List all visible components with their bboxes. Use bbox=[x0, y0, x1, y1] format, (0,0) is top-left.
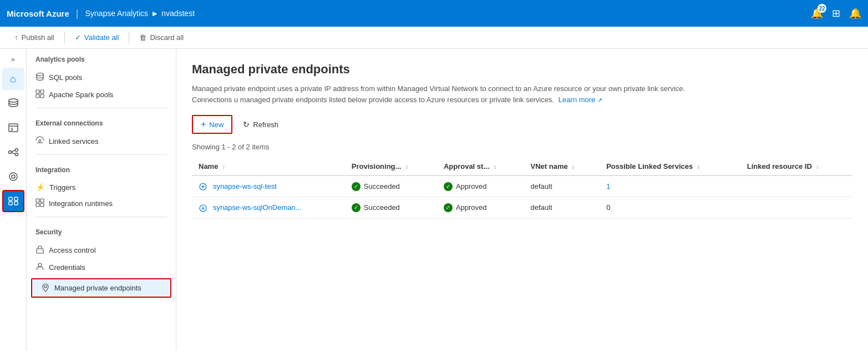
row1-endpoint-icon bbox=[199, 182, 210, 190]
svg-line-4 bbox=[11, 129, 13, 131]
sidebar-monitor-icon[interactable] bbox=[2, 166, 24, 188]
col-provisioning-label: Provisioning... bbox=[352, 162, 402, 171]
sep-1 bbox=[35, 108, 167, 108]
triggers-icon: ⚡ bbox=[35, 183, 45, 192]
table-row: synapse-ws-sql-test ✓ Succeeded ✓ Approv… bbox=[192, 176, 852, 197]
row2-vnet: default bbox=[524, 197, 600, 218]
service-name[interactable]: Synapse Analytics bbox=[85, 9, 148, 18]
sidebar-item-managed-private-endpoints[interactable]: Managed private endpoints bbox=[32, 279, 170, 297]
sidebar-item-sql-pools[interactable]: SQL pools bbox=[27, 69, 176, 86]
svg-rect-25 bbox=[40, 203, 44, 207]
section-integration: Integration bbox=[27, 159, 176, 179]
row2-approval: ✓ Approved bbox=[437, 197, 524, 218]
integration-runtimes-icon bbox=[35, 198, 44, 209]
col-linked-services-label: Possible Linked Services bbox=[606, 162, 693, 171]
main-layout: » ⌂ Analytics pools SQL pools bbox=[0, 49, 868, 351]
learn-more-link[interactable]: Learn more bbox=[559, 96, 595, 104]
col-approval[interactable]: Approval st... ↕ bbox=[437, 158, 524, 176]
sidebar-data-icon[interactable] bbox=[2, 92, 24, 114]
col-resource-id[interactable]: Linked resource ID ↕ bbox=[740, 158, 852, 176]
access-control-icon bbox=[35, 245, 44, 255]
section-security: Security bbox=[27, 222, 176, 242]
publish-all-label: Publish all bbox=[22, 33, 54, 42]
validate-all-label: Validate all bbox=[84, 33, 119, 42]
managed-endpoints-icon bbox=[41, 283, 50, 293]
sidebar-item-triggers[interactable]: ⚡ Triggers bbox=[27, 179, 176, 195]
row1-name-link[interactable]: synapse-ws-sql-test bbox=[213, 182, 277, 190]
expand-button[interactable]: » bbox=[7, 53, 19, 66]
svg-rect-18 bbox=[40, 90, 44, 93]
external-link-icon: ↗ bbox=[597, 97, 602, 103]
col-name-sort[interactable]: ↕ bbox=[222, 164, 225, 170]
svg-rect-23 bbox=[40, 199, 44, 202]
settings-icon[interactable]: 🔔 bbox=[849, 7, 861, 19]
sidebar-item-linked-services[interactable]: Linked services bbox=[27, 133, 176, 150]
svg-point-11 bbox=[12, 175, 15, 178]
row1-approval: ✓ Approved bbox=[437, 176, 524, 197]
topbar: Microsoft Azure | Synapse Analytics ▶ nv… bbox=[0, 0, 868, 27]
svg-rect-19 bbox=[36, 94, 39, 98]
triggers-label: Triggers bbox=[49, 183, 75, 192]
svg-point-16 bbox=[37, 73, 43, 76]
row1-vnet: default bbox=[524, 176, 600, 197]
row2-provisioning-icon: ✓ bbox=[352, 203, 361, 212]
col-vnet-sort[interactable]: ↕ bbox=[572, 164, 575, 170]
row1-linked-services: 1 bbox=[600, 176, 740, 197]
validate-icon: ✓ bbox=[75, 33, 81, 42]
sidebar-home-icon[interactable]: ⌂ bbox=[2, 68, 24, 90]
nav-chevron: ▶ bbox=[153, 10, 157, 17]
col-approval-label: Approval st... bbox=[444, 162, 489, 171]
row2-provisioning-label: Succeeded bbox=[364, 203, 400, 212]
row2-endpoint-icon bbox=[199, 203, 210, 212]
sidebar-develop-icon[interactable] bbox=[2, 117, 24, 139]
sidebar-item-credentials[interactable]: Credentials bbox=[27, 259, 176, 276]
col-provisioning-sort[interactable]: ↕ bbox=[405, 164, 408, 170]
col-approval-sort[interactable]: ↕ bbox=[494, 164, 496, 170]
credentials-label: Credentials bbox=[49, 263, 85, 272]
refresh-button[interactable]: ↻ Refresh bbox=[235, 116, 287, 133]
section-external-title: External connections bbox=[35, 119, 167, 127]
notifications-icon[interactable]: 🔔 22 bbox=[811, 7, 823, 19]
access-control-label: Access control bbox=[49, 246, 96, 254]
row2-name-link[interactable]: synapse-ws-sqlOnDeman... bbox=[213, 203, 302, 212]
col-resource-id-label: Linked resource ID bbox=[747, 162, 812, 171]
workspace-name[interactable]: nvadstest bbox=[161, 9, 195, 18]
sidebar-manage-icon[interactable] bbox=[2, 190, 24, 212]
col-name[interactable]: Name ↕ bbox=[192, 158, 345, 176]
sidebar-item-access-control[interactable]: Access control bbox=[27, 242, 176, 259]
brand: Microsoft Azure bbox=[7, 9, 69, 18]
svg-line-8 bbox=[11, 151, 15, 152]
col-vnet-label: VNet name bbox=[530, 162, 567, 171]
section-external: External connections bbox=[27, 113, 176, 133]
spark-pools-icon bbox=[35, 89, 44, 100]
svg-point-5 bbox=[8, 151, 11, 154]
svg-rect-22 bbox=[36, 199, 39, 202]
managed-endpoints-wrapper: Managed private endpoints bbox=[31, 278, 171, 298]
col-resource-id-sort[interactable]: ↕ bbox=[816, 164, 819, 170]
row1-approval-icon: ✓ bbox=[444, 182, 453, 191]
col-name-label: Name bbox=[199, 162, 218, 171]
col-provisioning[interactable]: Provisioning... ↕ bbox=[345, 158, 437, 176]
svg-rect-12 bbox=[9, 197, 12, 200]
validate-all-button[interactable]: ✓ Validate all bbox=[69, 31, 125, 44]
new-plus-icon: + bbox=[201, 119, 206, 129]
section-security-title: Security bbox=[35, 228, 167, 236]
sidebar-item-spark-pools[interactable]: Apache Spark pools bbox=[27, 86, 176, 103]
svg-point-27 bbox=[38, 263, 42, 267]
col-linked-services[interactable]: Possible Linked Services ↕ bbox=[600, 158, 740, 176]
col-vnet[interactable]: VNet name ↕ bbox=[524, 158, 600, 176]
publish-all-button[interactable]: ↑ Publish all bbox=[9, 31, 60, 44]
discard-all-button[interactable]: 🗑 Discard all bbox=[134, 31, 189, 44]
svg-point-10 bbox=[9, 173, 17, 180]
row1-name: synapse-ws-sql-test bbox=[192, 176, 345, 197]
sidebar-integrate-icon[interactable] bbox=[2, 141, 24, 163]
new-button[interactable]: + New bbox=[192, 115, 232, 134]
row1-linked-services-count[interactable]: 1 bbox=[606, 182, 610, 190]
subtoolbar: ↑ Publish all ✓ Validate all 🗑 Discard a… bbox=[0, 27, 868, 49]
portal-icon[interactable]: ⊞ bbox=[832, 7, 840, 19]
sidebar-item-integration-runtimes[interactable]: Integration runtimes bbox=[27, 195, 176, 212]
publish-icon: ↑ bbox=[14, 33, 18, 42]
svg-rect-15 bbox=[14, 202, 18, 205]
col-linked-services-sort[interactable]: ↕ bbox=[697, 164, 700, 170]
sep-3 bbox=[35, 217, 167, 217]
